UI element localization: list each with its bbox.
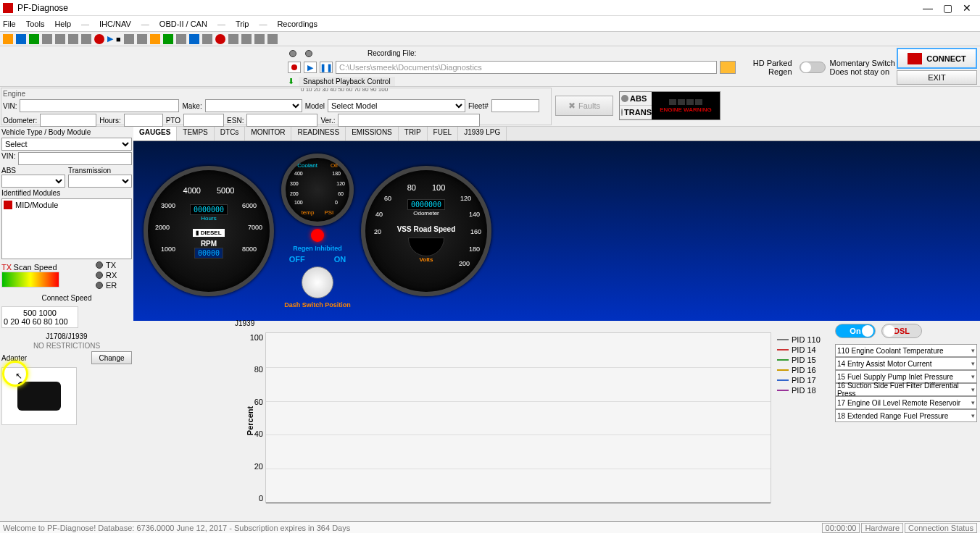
- content: Vehicle Type / Body Module Select VIN: A…: [0, 127, 980, 521]
- menu-help[interactable]: Help: [54, 20, 71, 28]
- folder-icon[interactable]: [720, 61, 736, 74]
- play-icon[interactable]: ▶: [107, 34, 113, 43]
- tabs: GAUGES TEMPS DTCs MONITOR READINESS EMIS…: [133, 127, 980, 141]
- scan-speed-gauge: [1, 272, 59, 288]
- sidebar-vin-input[interactable]: [18, 152, 132, 165]
- toolbar-icon[interactable]: [228, 34, 238, 44]
- recording-label: Recording File:: [368, 49, 416, 57]
- change-button[interactable]: Change: [91, 351, 132, 364]
- esn-input[interactable]: [246, 114, 317, 127]
- tab-monitor[interactable]: MONITOR: [245, 127, 291, 140]
- recording-panel: Recording File: ▶ ❚❚ HD ParkedRegen Mome…: [286, 46, 897, 86]
- chart-legend: PID 110PID 14PID 15PID 16PID 17PID 18: [774, 321, 832, 521]
- connect-button[interactable]: CONNECT: [897, 48, 977, 69]
- vin-input[interactable]: [20, 99, 179, 112]
- rec-indicator: [305, 50, 312, 57]
- modules-list[interactable]: MID/Module: [1, 198, 132, 259]
- tab-emissions[interactable]: EMISSIONS: [346, 127, 399, 140]
- make-select[interactable]: [205, 99, 302, 112]
- toolbar-icon[interactable]: [68, 34, 78, 44]
- pid-select[interactable]: 14 Entry Assist Motor Current: [835, 357, 977, 370]
- odometer-counter: 0000000: [407, 199, 445, 210]
- toolbar-icon[interactable]: [189, 34, 199, 44]
- on-toggle[interactable]: On: [835, 324, 876, 338]
- pid-select[interactable]: 17 Engine Oil Level Remote Reservoir: [835, 396, 977, 409]
- legend-item: PID 14: [777, 345, 829, 354]
- engine-row: Engine VIN: Make: Model Select Model Fle…: [0, 87, 980, 127]
- maximize-button[interactable]: ▢: [943, 2, 952, 14]
- tab-fuel[interactable]: FUEL: [428, 127, 459, 140]
- dsl-toggle[interactable]: DSL: [881, 324, 922, 338]
- module-icon: [4, 201, 12, 209]
- tab-gauges[interactable]: GAUGES: [133, 127, 177, 140]
- dash-switch-knob[interactable]: [302, 266, 333, 298]
- toolbar-icon[interactable]: [137, 34, 147, 44]
- abs-select[interactable]: [1, 175, 65, 188]
- regen-inhibited-label: Regen Inhibited: [293, 245, 342, 252]
- fleet-input[interactable]: [491, 99, 539, 112]
- pid-selectors: On DSL 110 Engine Coolant Temperature14 …: [832, 321, 980, 521]
- toolbar-icon[interactable]: [267, 34, 278, 44]
- pause-button[interactable]: ❚❚: [320, 62, 333, 73]
- toolbar-icon[interactable]: [29, 34, 39, 44]
- toolbar-icon[interactable]: [55, 34, 65, 44]
- tab-j1939lpg[interactable]: J1939 LPG: [458, 127, 507, 140]
- gauges-area: 40005000 3000 6000 2000 7000 1000 8000 0…: [133, 141, 980, 321]
- engine-header: Engine: [3, 90, 549, 98]
- app-title: PF-Diagnose: [17, 3, 923, 13]
- rec-button[interactable]: [288, 62, 301, 73]
- connect-speed-slider[interactable]: 500 1000 0 20 40 60 80 100: [1, 306, 78, 328]
- menu-recordings[interactable]: Recordings: [277, 20, 317, 28]
- toolbar-icon[interactable]: [16, 34, 26, 44]
- legend-item: PID 110: [777, 335, 829, 344]
- menu-tools[interactable]: Tools: [26, 20, 45, 28]
- faults-button[interactable]: ✖ Faults: [555, 96, 613, 116]
- titlebar: PF-Diagnose — ▢ ✕: [0, 0, 980, 16]
- tab-trip[interactable]: TRIP: [399, 127, 428, 140]
- trans-select[interactable]: [68, 175, 132, 188]
- toolbar-icon[interactable]: [241, 34, 252, 44]
- pto-input[interactable]: [183, 114, 224, 127]
- close-button[interactable]: ✕: [963, 2, 971, 14]
- toolbar-icon[interactable]: [81, 34, 91, 44]
- stop-icon[interactable]: ■: [116, 35, 121, 43]
- pid-select[interactable]: 18 Extended Range Fuel Pressure: [835, 409, 977, 422]
- ver-input[interactable]: [338, 114, 480, 127]
- toolbar-icon[interactable]: [215, 34, 225, 44]
- menu-trip[interactable]: Trip: [236, 20, 249, 28]
- recording-path-input[interactable]: [336, 61, 717, 74]
- module-item[interactable]: MID/Module: [4, 201, 130, 209]
- odometer-input[interactable]: [40, 114, 96, 127]
- warning-panel: ABS TRANS ENGINE WARNING: [619, 91, 721, 120]
- snapshot-label: Snapshot Playback Control: [299, 77, 395, 86]
- tab-readiness[interactable]: READINESS: [291, 127, 346, 140]
- menu-obd[interactable]: OBD-II / CAN: [159, 20, 207, 28]
- temp-gauge: CoolantOil 400 180 300 120 200 60 100 0 …: [281, 154, 354, 226]
- exit-button[interactable]: EXIT: [897, 70, 977, 85]
- diesel-badge: ▮ DIESEL: [193, 229, 224, 237]
- adapter-image: ↖: [1, 367, 77, 425]
- menu-ihcnav[interactable]: IHC/NAV: [99, 20, 131, 28]
- menu-file[interactable]: File: [3, 20, 16, 28]
- record-icon[interactable]: [94, 34, 104, 44]
- toolbar-icon[interactable]: [254, 34, 265, 44]
- toolbar-icon[interactable]: [163, 34, 173, 44]
- minimize-button[interactable]: —: [923, 2, 933, 14]
- legend-item: PID 17: [777, 376, 829, 385]
- toolbar-icon[interactable]: [42, 34, 52, 44]
- toolbar-icon[interactable]: [202, 34, 212, 44]
- pid-select[interactable]: 16 Suction Side Fuel Filter Differential…: [835, 383, 977, 396]
- toolbar-icon[interactable]: [176, 34, 186, 44]
- tab-temps[interactable]: TEMPS: [177, 127, 214, 140]
- pid-select[interactable]: 110 Engine Coolant Temperature: [835, 344, 977, 357]
- toolbar-icon[interactable]: [150, 34, 160, 44]
- hours-input[interactable]: [124, 114, 163, 127]
- vehicle-type-select[interactable]: Select: [1, 138, 132, 151]
- tab-dtcs[interactable]: DTCs: [215, 127, 246, 140]
- regen-toggle[interactable]: [800, 62, 826, 73]
- model-select[interactable]: Select Model: [328, 99, 465, 112]
- toolbar-icon[interactable]: [124, 34, 134, 44]
- menubar: File Tools Help — IHC/NAV — OBD-II / CAN…: [0, 16, 980, 32]
- play-button[interactable]: ▶: [304, 62, 317, 73]
- toolbar-icon[interactable]: [3, 34, 13, 44]
